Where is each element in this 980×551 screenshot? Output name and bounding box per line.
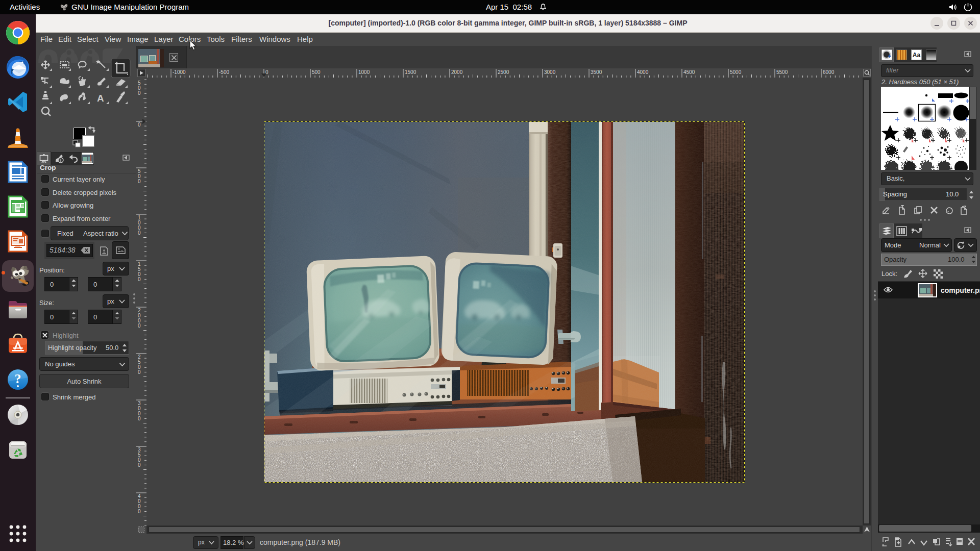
svg-text:0: 0 (138, 277, 141, 282)
svg-text:3500: 3500 (591, 69, 602, 75)
svg-text:0: 0 (138, 369, 141, 375)
svg-text:0: 0 (138, 462, 141, 468)
svg-text:0: 0 (138, 323, 141, 329)
svg-text:4500: 4500 (683, 69, 695, 75)
svg-text:5500: 5500 (776, 69, 788, 75)
svg-text:-1000: -1000 (173, 69, 186, 75)
svg-text:0: 0 (138, 179, 141, 184)
svg-text:3000: 3000 (544, 69, 556, 75)
svg-text:0: 0 (138, 416, 141, 421)
svg-text:0: 0 (138, 122, 141, 128)
svg-text:6000: 6000 (823, 69, 835, 75)
svg-text:5000: 5000 (730, 69, 742, 75)
svg-text:500: 500 (312, 69, 321, 75)
svg-text:1000: 1000 (358, 69, 370, 75)
svg-text:0: 0 (138, 90, 141, 96)
svg-text:-500: -500 (219, 69, 229, 75)
svg-text:1500: 1500 (405, 69, 416, 75)
svg-text:0: 0 (138, 230, 141, 236)
svg-text:0: 0 (138, 509, 141, 514)
svg-text:4000: 4000 (637, 69, 649, 75)
svg-text:A: A (97, 93, 104, 104)
svg-text:?: ? (15, 371, 21, 386)
svg-text:2000: 2000 (451, 69, 463, 75)
svg-text:Aa: Aa (913, 52, 921, 59)
svg-text:2500: 2500 (498, 69, 509, 75)
